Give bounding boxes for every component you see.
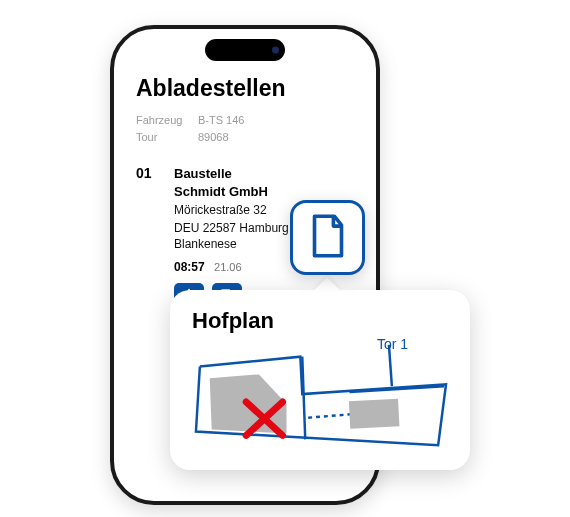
phone-notch (205, 39, 285, 61)
document-icon (310, 214, 346, 262)
stop-name-line1: Baustelle (174, 165, 354, 183)
site-plan: Tor 1 (192, 340, 448, 458)
document-chip[interactable] (290, 200, 365, 275)
stop-date: 21.06 (214, 260, 242, 275)
gate-label: Tor 1 (377, 336, 408, 352)
callout-title: Hofplan (192, 308, 448, 334)
meta-tour-row: Tour 89068 (136, 129, 354, 146)
meta-vehicle-row: Fahrzeug B-TS 146 (136, 112, 354, 129)
stop-time: 08:57 (174, 259, 205, 275)
stop-index: 01 (136, 165, 160, 313)
site-plan-svg (192, 340, 448, 458)
page-title: Abladestellen (136, 75, 354, 102)
svg-line-2 (302, 357, 305, 440)
svg-rect-7 (349, 399, 400, 429)
vehicle-label: Fahrzeug (136, 112, 198, 129)
vehicle-value: B-TS 146 (198, 112, 244, 129)
hofplan-callout: Hofplan Tor 1 (170, 290, 470, 470)
stop-name-line2: Schmidt GmbH (174, 183, 354, 201)
tour-label: Tour (136, 129, 198, 146)
tour-value: 89068 (198, 129, 229, 146)
